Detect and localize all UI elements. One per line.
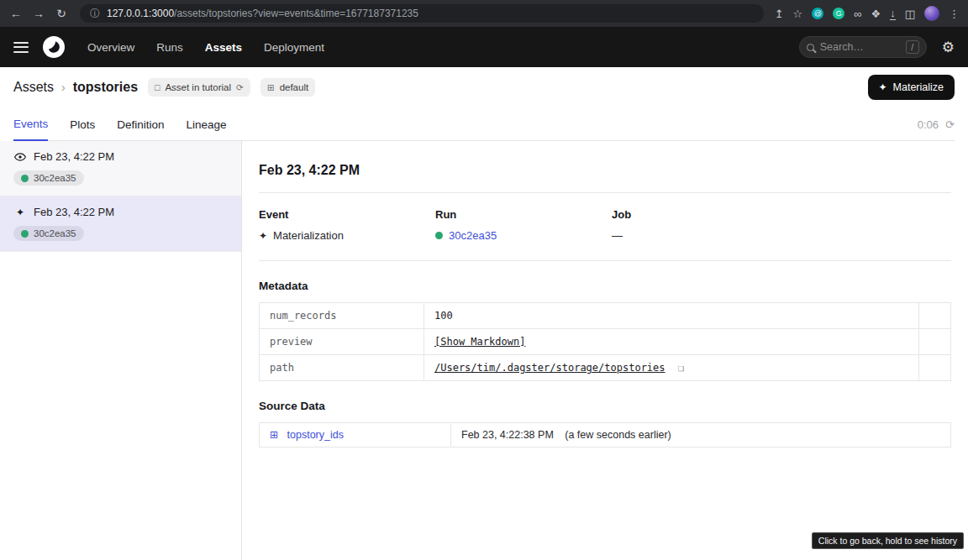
nav-assets[interactable]: Assets	[205, 41, 242, 54]
breadcrumb-separator: ›	[61, 81, 66, 94]
extension-infinity-icon[interactable]: ∞	[854, 8, 861, 19]
search-shortcut-badge: /	[906, 40, 919, 54]
profile-avatar[interactable]	[924, 6, 939, 21]
search-box[interactable]: /	[799, 36, 927, 58]
materialize-button[interactable]: ✦ Materialize	[868, 75, 955, 100]
run-tag[interactable]: 30c2ea35	[13, 170, 84, 186]
extension-at-icon[interactable]: @	[812, 8, 823, 19]
path-link[interactable]: /Users/tim/.dagster/storage/topstories	[434, 362, 666, 374]
back-icon[interactable]: ←	[8, 8, 24, 19]
event-summary-columns: Event ✦ Materialization Run 30c2ea35 Job	[259, 208, 951, 242]
source-time: Feb 23, 4:22:38 PM	[461, 429, 554, 441]
url-host: 127.0.0.1:3000	[107, 8, 174, 19]
search-icon	[807, 44, 814, 51]
metadata-heading: Metadata	[259, 280, 951, 292]
url-text: 127.0.0.1:3000/assets/topstories?view=ev…	[107, 8, 418, 19]
event-list-sidebar: Feb 23, 4:22 PM 30c2ea35 ✦ Feb 23, 4:22 …	[0, 141, 242, 560]
table-icon: ⊞	[270, 429, 278, 441]
job-label: Job	[612, 208, 788, 221]
url-path: /assets/topstories?view=events&time=1677…	[174, 8, 418, 19]
table-row: path /Users/tim/.dagster/storage/topstor…	[260, 355, 951, 381]
tab-definition[interactable]: Definition	[117, 118, 164, 140]
divider	[259, 192, 951, 193]
side-panel-icon[interactable]: ◫	[905, 8, 915, 19]
settings-gear-icon[interactable]: ⚙	[942, 40, 955, 55]
nav-overview[interactable]: Overview	[87, 41, 134, 54]
app-navbar: Overview Runs Assets Deployment / ⚙	[0, 27, 968, 67]
breadcrumb-assets-link[interactable]: Assets	[13, 80, 54, 95]
dagster-logo-icon	[42, 35, 66, 59]
divider	[259, 260, 951, 261]
run-id: 30c2ea35	[34, 173, 76, 183]
source-asset-cell: ⊞ topstory_ids	[260, 423, 451, 447]
browser-toolbar: ← → ↻ ⓘ 127.0.0.1:3000/assets/topstories…	[0, 0, 968, 27]
search-input[interactable]	[820, 41, 900, 53]
run-id: 30c2ea35	[34, 228, 76, 238]
metadata-value: /Users/tim/.dagster/storage/topstories ❏	[424, 355, 919, 381]
address-bar[interactable]: ⓘ 127.0.0.1:3000/assets/topstories?view=…	[80, 4, 764, 23]
show-markdown-link[interactable]: [Show Markdown]	[434, 336, 525, 348]
table-row: ⊞ topstory_ids Feb 23, 4:22:38 PM (a few…	[260, 423, 951, 447]
event-item-observation[interactable]: Feb 23, 4:22 PM 30c2ea35	[0, 141, 241, 196]
materialization-icon: ✦	[259, 231, 267, 241]
chip-refresh-icon[interactable]: ⟳	[236, 83, 244, 92]
downloads-icon[interactable]: ↓	[890, 8, 896, 20]
browser-menu-icon[interactable]: ⋮	[949, 8, 960, 19]
event-detail-title: Feb 23, 4:22 PM	[259, 163, 951, 178]
metadata-value: [Show Markdown]	[424, 329, 919, 355]
hamburger-menu-icon[interactable]	[13, 42, 29, 53]
job-column: Job —	[612, 208, 788, 242]
event-column: Event ✦ Materialization	[259, 208, 435, 242]
copy-icon[interactable]: ❏	[678, 362, 684, 374]
metadata-empty-cell	[919, 355, 951, 381]
nav-deployment[interactable]: Deployment	[264, 41, 324, 54]
tab-events[interactable]: Events	[13, 118, 48, 141]
eye-icon	[13, 151, 27, 163]
asset-icon: □	[155, 83, 160, 92]
run-label: Run	[435, 208, 612, 221]
content-area: Feb 23, 4:22 PM 30c2ea35 ✦ Feb 23, 4:22 …	[0, 141, 968, 560]
run-tag[interactable]: 30c2ea35	[13, 226, 84, 241]
breadcrumb-asset-name: topstories	[73, 80, 138, 95]
materialize-star-icon: ✦	[879, 82, 887, 92]
run-id-link[interactable]: 30c2ea35	[449, 229, 497, 242]
event-time: Feb 23, 4:22 PM	[34, 150, 114, 163]
run-status-dot	[435, 232, 443, 239]
refresh-timer-icon[interactable]: ⟳	[945, 118, 955, 131]
run-status-dot	[21, 230, 29, 238]
primary-nav: Overview Runs Assets Deployment	[87, 41, 324, 54]
tab-plots[interactable]: Plots	[70, 118, 95, 140]
bookmark-star-icon[interactable]: ☆	[793, 8, 803, 19]
metadata-key: path	[260, 355, 424, 381]
refresh-timer: 0:06 ⟳	[918, 118, 955, 140]
browser-back-tooltip: Click to go back, hold to see history	[812, 532, 964, 549]
share-icon[interactable]: ↥	[775, 8, 784, 19]
extension-grammarly-icon[interactable]: G	[833, 8, 844, 19]
grid-icon: ⊞	[267, 83, 275, 92]
tutorial-tag-label: Asset in tutorial	[165, 82, 231, 92]
metadata-key: preview	[260, 329, 424, 355]
refresh-timer-value: 0:06	[918, 118, 939, 131]
reload-icon[interactable]: ↻	[54, 8, 69, 19]
group-tag-label: default	[280, 82, 309, 92]
source-data-heading: Source Data	[259, 400, 951, 412]
browser-actions: ↥ ☆ @ G ∞ ❖ ↓ ◫ ⋮	[775, 6, 960, 21]
source-asset-link[interactable]: topstory_ids	[287, 429, 344, 441]
forward-icon[interactable]: →	[31, 8, 46, 19]
site-info-icon[interactable]: ⓘ	[90, 7, 100, 21]
page-header: Assets › topstories □ Asset in tutorial …	[0, 67, 968, 141]
run-column: Run 30c2ea35	[435, 208, 612, 242]
extensions-puzzle-icon[interactable]: ❖	[871, 8, 881, 19]
source-data-table: ⊞ topstory_ids Feb 23, 4:22:38 PM (a few…	[259, 422, 951, 447]
group-tag-chip[interactable]: ⊞ default	[260, 78, 315, 97]
event-item-materialization[interactable]: ✦ Feb 23, 4:22 PM 30c2ea35	[0, 196, 241, 252]
tab-lineage[interactable]: Lineage	[187, 118, 227, 140]
metadata-empty-cell	[919, 303, 951, 329]
dagster-logo[interactable]	[42, 35, 66, 59]
nav-runs[interactable]: Runs	[156, 41, 183, 54]
metadata-empty-cell	[919, 329, 951, 355]
run-status-dot	[21, 175, 29, 182]
event-type-value: Materialization	[273, 229, 344, 242]
tutorial-tag-chip[interactable]: □ Asset in tutorial ⟳	[148, 78, 250, 97]
metadata-value: 100	[424, 303, 919, 329]
